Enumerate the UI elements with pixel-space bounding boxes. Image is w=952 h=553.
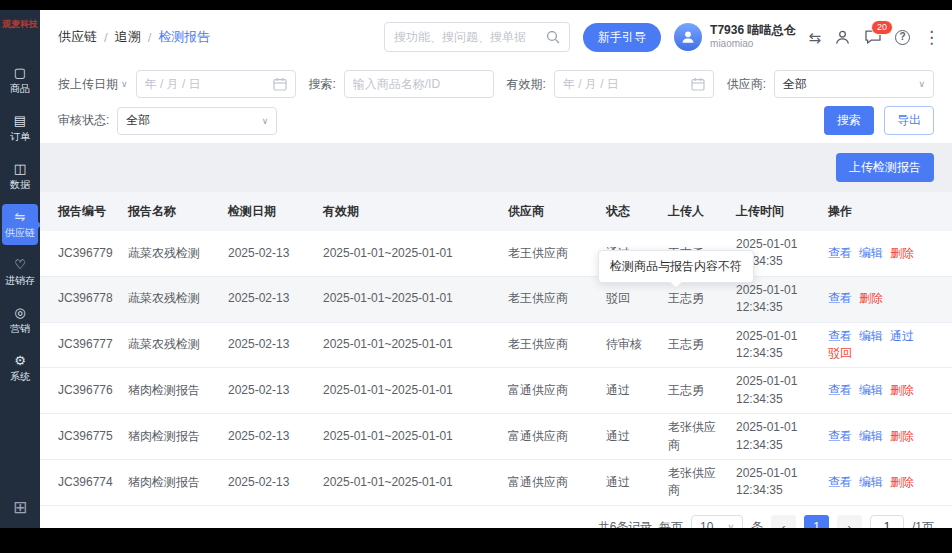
filter-panel: 按上传日期 ∨ 年 / 月 / 日 搜索: [40,64,952,143]
keyword-input[interactable] [353,77,485,91]
validity-date-picker[interactable]: 年 / 月 / 日 [554,70,714,98]
test-date-cell: 2025-02-13 [220,368,315,414]
view-link[interactable]: 查看 [828,383,852,397]
message-icon[interactable]: 20 [864,29,882,45]
message-badge: 20 [871,20,893,35]
breadcrumb-supply-chain[interactable]: 供应链 [58,28,97,46]
sidebar-item-inventory[interactable]: ♡进销存 [2,252,38,293]
report-id-cell: JC396777 [40,322,120,368]
filter-buttons: 搜索 导出 [824,106,934,135]
chevron-down-icon: ∨ [727,522,734,528]
orders-icon: ▤ [14,114,26,127]
upload-time-cell: 2025-01-01 12:34:35 [728,459,820,505]
report-id-cell: JC396775 [40,414,120,460]
filter-row-1: 按上传日期 ∨ 年 / 月 / 日 搜索: [58,70,934,98]
delete-link[interactable]: 删除 [890,429,914,443]
column-header: 上传人 [660,192,728,231]
sidebar-item-supply-chain[interactable]: ⇋供应链 [2,204,38,245]
status-cell: 驳回 [598,276,660,322]
audit-status-select[interactable]: 全部 ∨ [117,107,277,135]
beginner-guide-button[interactable]: 新手引导 [583,23,661,52]
edit-link[interactable]: 编辑 [859,383,883,397]
search-button[interactable]: 搜索 [824,106,874,135]
supplier-select[interactable]: 全部 ∨ [774,70,934,98]
view-link[interactable]: 查看 [828,329,852,343]
report-name-cell: 猪肉检测报告 [120,459,220,505]
marketing-icon: ◎ [14,306,25,319]
app-grid-icon[interactable]: ⊞ [13,493,27,528]
breadcrumb-trace[interactable]: 追溯 [115,28,141,46]
sidebar-item-label: 供应链 [5,226,35,240]
validity-cell: 2025-01-01~2025-01-01 [315,414,500,460]
sidebar-item-system[interactable]: ⚙系统 [2,348,38,389]
column-header: 报告编号 [40,192,120,231]
edit-link[interactable]: 编辑 [859,429,883,443]
delete-link[interactable]: 删除 [890,246,914,260]
per-page-select[interactable]: 10 ∨ [691,515,743,528]
table-row: JC396777蔬菜农残检测2025-02-132025-01-01~2025-… [40,322,952,368]
sidebar-item-orders[interactable]: ▤订单 [2,108,38,149]
more-menu-icon[interactable]: ⋮ [923,29,940,46]
status-cell: 通过 [598,414,660,460]
prev-page-button[interactable]: ‹ [771,515,796,528]
next-page-button[interactable]: › [837,515,862,528]
edit-link[interactable]: 编辑 [859,246,883,260]
report-id-cell: JC396774 [40,459,120,505]
report-table-body: JC396779蔬菜农残检测2025-02-132025-01-01~2025-… [40,231,952,505]
supplier-cell: 富通供应商 [500,414,598,460]
user-info[interactable]: T7936 喵喵总仓 miaomiao [710,23,795,51]
supplier-cell: 老王供应商 [500,231,598,276]
keyword-label: 搜索: [308,76,335,93]
app-window: 观麦科技 ▢商品▤订单◫数据⇋供应链♡进销存◎营销⚙系统 ⊞ 供应链 / 追溯 … [0,10,952,528]
uploader-cell: 老张供应商 [660,459,728,505]
report-name-cell: 猪肉检测报告 [120,368,220,414]
avatar-person-icon [680,29,696,45]
validity-cell: 2025-01-01~2025-01-01 [315,322,500,368]
edit-link[interactable]: 编辑 [859,475,883,489]
report-name-cell: 猪肉检测报告 [120,414,220,460]
upload-date-type-dropdown[interactable]: 按上传日期 ∨ [58,76,128,93]
export-button[interactable]: 导出 [884,106,934,135]
sidebar-item-data[interactable]: ◫数据 [2,156,38,197]
table-header-row: 报告编号报告名称检测日期有效期供应商状态上传人上传时间操作 [40,192,952,231]
sidebar: 观麦科技 ▢商品▤订单◫数据⇋供应链♡进销存◎营销⚙系统 ⊞ [0,10,40,528]
view-link[interactable]: 查看 [828,429,852,443]
page-jump-input[interactable] [870,515,904,528]
sidebar-item-label: 订单 [10,130,30,144]
chevron-down-icon: ∨ [262,116,269,126]
table-row: JC396776猪肉检测报告2025-02-132025-01-01~2025-… [40,368,952,414]
view-link[interactable]: 查看 [828,291,852,305]
approve-link[interactable]: 通过 [890,329,914,343]
actions-cell: 查看编辑删除 [820,414,952,460]
global-search[interactable] [384,22,570,52]
user-avatar[interactable] [674,23,702,51]
help-icon[interactable]: ? [895,30,910,45]
topbar: 供应链 / 追溯 / 检测报告 新手引导 [40,10,952,64]
validity-cell: 2025-01-01~2025-01-01 [315,276,500,322]
supplier-cell: 富通供应商 [500,459,598,505]
upload-time-cell: 2025-01-01 12:34:35 [728,368,820,414]
view-link[interactable]: 查看 [828,475,852,489]
page-1-button[interactable]: 1 [804,515,829,528]
switch-warehouse-icon[interactable]: ⇆ [808,30,821,45]
delete-link[interactable]: 删除 [890,475,914,489]
column-header: 状态 [598,192,660,231]
sidebar-item-goods[interactable]: ▢商品 [2,60,38,101]
column-header: 操作 [820,192,952,231]
uploader-cell: 王志勇 [660,322,728,368]
view-link[interactable]: 查看 [828,246,852,260]
global-search-input[interactable] [394,30,540,44]
reject-link[interactable]: 驳回 [828,346,852,360]
edit-link[interactable]: 编辑 [859,329,883,343]
upload-report-button[interactable]: 上传检测报告 [836,153,934,182]
upload-date-picker[interactable]: 年 / 月 / 日 [136,70,296,98]
column-header: 上传时间 [728,192,820,231]
customer-service-icon[interactable] [834,29,851,45]
delete-link[interactable]: 删除 [890,383,914,397]
sidebar-item-marketing[interactable]: ◎营销 [2,300,38,341]
validity-filter: 有效期: 年 / 月 / 日 [507,70,714,98]
delete-link[interactable]: 删除 [859,291,883,305]
keyword-input-wrap[interactable] [344,70,494,98]
status-cell: 通过 [598,368,660,414]
inventory-icon: ♡ [14,258,26,271]
